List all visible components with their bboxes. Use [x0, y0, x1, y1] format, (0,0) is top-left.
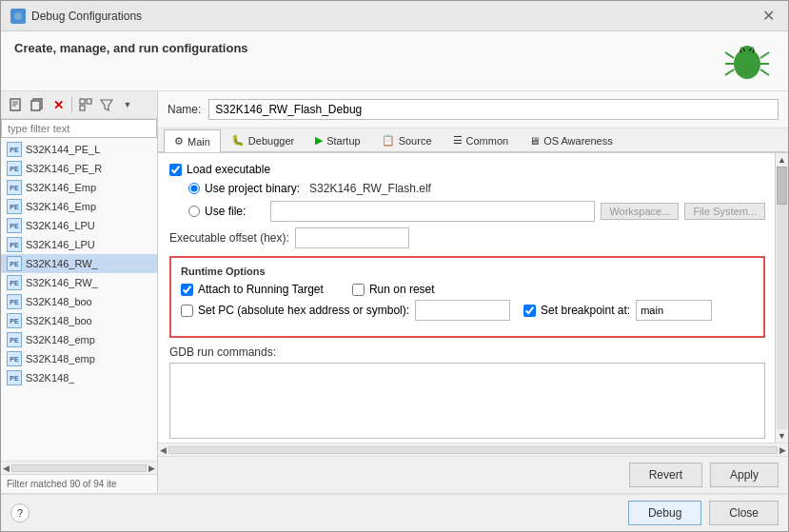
config-item-label: S32K146_Emp — [26, 201, 96, 212]
main-tab-label: Main — [187, 136, 210, 148]
use-file-row: Use file: Workspace... File System... — [169, 201, 765, 222]
window-title: Debug Configurations — [31, 10, 142, 23]
new-config-button[interactable] — [7, 95, 26, 114]
gdb-commands-textarea[interactable] — [169, 363, 765, 439]
tab-debugger[interactable]: 🐛 Debugger — [221, 128, 305, 151]
common-tab-icon: ☰ — [453, 134, 463, 147]
list-item[interactable]: PE S32K148_boo — [1, 292, 157, 311]
duplicate-config-button[interactable] — [28, 95, 47, 114]
run-on-reset-checkbox[interactable] — [352, 284, 365, 296]
run-on-reset-checkbox-label[interactable]: Run on reset — [352, 283, 435, 296]
apply-button[interactable]: Apply — [710, 463, 779, 487]
config-item-label: S32K148_emp — [26, 353, 95, 365]
run-on-reset-label: Run on reset — [369, 283, 435, 296]
svg-line-8 — [760, 52, 769, 58]
workspace-button[interactable]: Workspace... — [601, 203, 679, 220]
list-item[interactable]: PE S32K146_PE_R — [1, 159, 157, 178]
tab-main[interactable]: ⚙ Main — [164, 129, 221, 152]
use-file-radio[interactable] — [188, 206, 200, 217]
toolbar-separator — [71, 97, 72, 112]
help-button[interactable]: ? — [10, 503, 30, 522]
load-executable-row: Load executable — [169, 163, 765, 176]
list-item[interactable]: PE S32K146_LPU — [1, 216, 157, 235]
revert-button[interactable]: Revert — [629, 463, 702, 487]
collapse-button[interactable] — [76, 95, 95, 114]
load-executable-checkbox-label[interactable]: Load executable — [169, 163, 270, 176]
filesystem-button[interactable]: File System... — [684, 203, 765, 220]
set-breakpoint-label: Set breakpoint at: — [541, 304, 630, 317]
list-item[interactable]: PE S32K144_PE_L — [1, 140, 157, 159]
config-item-label: S32K146_PE_R — [26, 163, 102, 174]
config-item-label: S32K146_Emp — [26, 182, 96, 193]
filter-status: Filter matched 90 of 94 ite — [1, 474, 157, 493]
delete-config-button[interactable]: ✕ — [49, 95, 68, 114]
scroll-up-button[interactable]: ▲ — [776, 153, 788, 167]
list-item[interactable]: PE S32K146_LPU — [1, 235, 157, 254]
filter-input[interactable] — [1, 119, 157, 138]
filter-button[interactable] — [97, 95, 116, 114]
config-icon: PE — [7, 218, 22, 233]
runtime-options-title: Runtime Options — [181, 266, 754, 277]
list-item[interactable]: PE S32K146_Emp — [1, 178, 157, 197]
tab-startup[interactable]: ▶ Startup — [305, 128, 370, 151]
scroll-left-button[interactable]: ◀ — [3, 463, 10, 473]
h-scroll-right-button[interactable]: ▶ — [779, 445, 786, 455]
use-file-input[interactable] — [270, 201, 595, 222]
title-bar: Debug Configurations ✕ — [1, 1, 788, 31]
executable-offset-input[interactable] — [295, 227, 409, 248]
debug-button[interactable]: Debug — [628, 501, 701, 525]
attach-running-checkbox[interactable] — [181, 284, 193, 296]
svg-line-10 — [760, 69, 769, 75]
config-icon: PE — [7, 275, 22, 290]
list-item-selected[interactable]: PE S32K146_RW_ — [1, 254, 157, 273]
list-item[interactable]: PE S32K148_boo — [1, 311, 157, 330]
scroll-right-button[interactable]: ▶ — [148, 463, 155, 473]
horizontal-scroll-bar: ◀ ▶ — [1, 461, 157, 474]
set-pc-label: Set PC (absolute hex address or symbol): — [198, 304, 409, 317]
use-project-binary-radio-label[interactable]: Use project binary: — [188, 182, 300, 195]
list-item[interactable]: PE S32K148_ — [1, 368, 157, 387]
set-pc-input[interactable] — [415, 300, 510, 321]
config-item-label: S32K146_RW_ — [26, 258, 98, 269]
list-item[interactable]: PE S32K148_emp — [1, 330, 157, 349]
scroll-down-button[interactable]: ▼ — [776, 429, 788, 443]
set-breakpoint-checkbox-label[interactable]: Set breakpoint at: — [523, 304, 630, 317]
dropdown-button[interactable]: ▼ — [118, 95, 137, 114]
list-item[interactable]: PE S32K146_RW_ — [1, 273, 157, 292]
set-pc-checkbox-label[interactable]: Set PC (absolute hex address or symbol): — [181, 304, 409, 317]
config-item-label: S32K148_boo — [26, 315, 92, 326]
use-project-binary-radio[interactable] — [188, 183, 200, 194]
config-icon: PE — [7, 180, 22, 195]
executable-offset-label: Executable offset (hex): — [169, 231, 289, 245]
apply-revert-bar: Revert Apply — [158, 456, 788, 493]
h-scroll-left-button[interactable]: ◀ — [160, 445, 167, 455]
close-window-button[interactable]: ✕ — [759, 7, 779, 25]
breakpoint-input[interactable] — [636, 300, 712, 321]
right-panel: Name: ⚙ Main 🐛 Debugger ▶ Startup — [158, 91, 788, 493]
tab-source[interactable]: 📋 Source — [371, 128, 443, 151]
tab-os-awareness[interactable]: 🖥 OS Awareness — [519, 129, 623, 151]
config-item-label: S32K148_boo — [26, 296, 92, 307]
tab-common[interactable]: ☰ Common — [443, 128, 520, 151]
bug-icon — [723, 37, 771, 85]
svg-line-7 — [725, 69, 734, 75]
name-input[interactable] — [208, 99, 779, 120]
svg-rect-20 — [87, 99, 91, 104]
common-tab-label: Common — [466, 135, 509, 147]
scroll-thumb[interactable] — [777, 167, 787, 205]
tabs-bar: ⚙ Main 🐛 Debugger ▶ Startup 📋 Source ☰ — [158, 128, 788, 153]
bottom-close-button[interactable]: Close — [709, 501, 779, 525]
use-file-radio-label[interactable]: Use file: — [188, 205, 265, 218]
scroll-track — [11, 464, 147, 472]
config-item-label: S32K148_ — [26, 372, 74, 384]
source-tab-label: Source — [399, 135, 432, 147]
list-item[interactable]: PE S32K148_emp — [1, 349, 157, 368]
attach-running-checkbox-label[interactable]: Attach to Running Target — [181, 283, 324, 296]
set-pc-checkbox[interactable] — [181, 305, 193, 317]
project-binary-value: S32K146_RW_Flash.elf — [309, 182, 431, 195]
list-item[interactable]: PE S32K146_Emp — [1, 197, 157, 216]
header-subtitle: Create, manage, and run configurations — [14, 41, 248, 55]
load-executable-checkbox[interactable] — [169, 164, 182, 176]
set-breakpoint-checkbox[interactable] — [523, 305, 536, 317]
svg-rect-18 — [31, 101, 40, 110]
